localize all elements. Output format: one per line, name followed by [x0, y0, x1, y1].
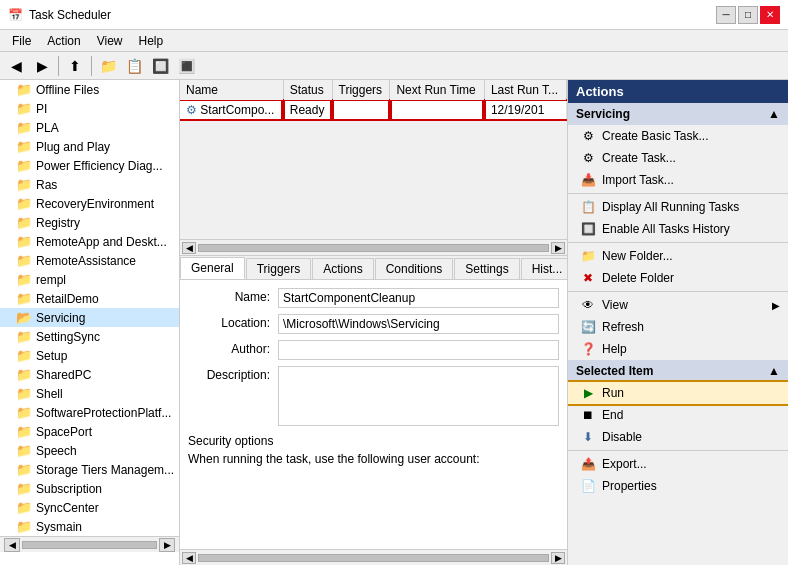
action-delete-folder[interactable]: ✖ Delete Folder	[568, 267, 788, 289]
action-new-folder[interactable]: 📁 New Folder...	[568, 245, 788, 267]
form-hscroll-left[interactable]: ◀	[182, 552, 196, 564]
task-list[interactable]: Name Status Triggers Next Run Time Last …	[180, 80, 567, 240]
col-status: Status	[283, 80, 332, 101]
folder-icon: 📁	[16, 120, 32, 135]
maximize-button[interactable]: □	[738, 6, 758, 24]
sidebar-item-remote-assistance[interactable]: 📁 RemoteAssistance	[0, 251, 179, 270]
action-run[interactable]: ▶ Run	[568, 382, 788, 404]
action-view[interactable]: 👁 View ▶	[568, 294, 788, 316]
app-icon: 📅	[8, 8, 23, 22]
delete-folder-icon: ✖	[580, 270, 596, 286]
action-disable[interactable]: ⬇ Disable	[568, 426, 788, 448]
right-panel: Actions Servicing ▲ ⚙ Create Basic Task.…	[568, 80, 788, 565]
sidebar-item-pla[interactable]: 📁 PLA	[0, 118, 179, 137]
location-input[interactable]	[278, 314, 559, 334]
tab-general[interactable]: General	[180, 257, 245, 279]
action-help[interactable]: ❓ Help	[568, 338, 788, 360]
enable-history-icon: 🔲	[580, 221, 596, 237]
sidebar-item-recovery[interactable]: 📁 RecoveryEnvironment	[0, 194, 179, 213]
folder-icon: 📁	[16, 367, 32, 382]
tab-settings[interactable]: Settings	[454, 258, 519, 279]
toolbar-separator-2	[91, 56, 92, 76]
collapse-servicing-button[interactable]: ▲	[768, 107, 780, 121]
sidebar-item-shell[interactable]: 📁 Shell	[0, 384, 179, 403]
form-hscroll[interactable]: ◀ ▶	[180, 549, 567, 565]
sidebar-item-registry[interactable]: 📁 Registry	[0, 213, 179, 232]
export-icon: 📤	[580, 456, 596, 472]
action-end[interactable]: ⏹ End	[568, 404, 788, 426]
run-icon: ▶	[580, 385, 596, 401]
hscroll-right[interactable]: ▶	[551, 242, 565, 254]
sidebar-item-sharedpc[interactable]: 📁 SharedPC	[0, 365, 179, 384]
tab-history[interactable]: Hist...	[521, 258, 568, 279]
minimize-button[interactable]: ─	[716, 6, 736, 24]
forward-button[interactable]: ▶	[30, 55, 54, 77]
action-refresh[interactable]: 🔄 Refresh	[568, 316, 788, 338]
task-list-hscroll[interactable]: ◀ ▶	[180, 240, 567, 256]
sidebar-item-power-efficiency[interactable]: 📁 Power Efficiency Diag...	[0, 156, 179, 175]
sidebar-item-speech[interactable]: 📁 Speech	[0, 441, 179, 460]
sidebar-item-sysmain[interactable]: 📁 Sysmain	[0, 517, 179, 536]
sidebar-item-software-protection[interactable]: 📁 SoftwareProtectionPlatf...	[0, 403, 179, 422]
refresh-toolbar-button[interactable]: 🔲	[148, 55, 172, 77]
tab-triggers[interactable]: Triggers	[246, 258, 312, 279]
selected-item-section-header[interactable]: Selected Item ▲	[568, 360, 788, 382]
up-button[interactable]: ⬆	[63, 55, 87, 77]
new-folder-icon: 📁	[580, 248, 596, 264]
servicing-section-header[interactable]: Servicing ▲	[568, 103, 788, 125]
menu-action[interactable]: Action	[39, 32, 88, 50]
table-row[interactable]: ⚙ StartCompo... Ready 12/19/201	[180, 101, 567, 120]
author-input[interactable]	[278, 340, 559, 360]
action-create-basic-task[interactable]: ⚙ Create Basic Task...	[568, 125, 788, 147]
sidebar-item-plug-and-play[interactable]: 📁 Plug and Play	[0, 137, 179, 156]
sidebar-item-servicing[interactable]: 📂 Servicing	[0, 308, 179, 327]
folder-icon: 📁	[16, 481, 32, 496]
tab-actions[interactable]: Actions	[312, 258, 373, 279]
sidebar-item-synccenter[interactable]: 📁 SyncCenter	[0, 498, 179, 517]
display-running-icon: 📋	[580, 199, 596, 215]
sidebar-item-retail-demo[interactable]: 📁 RetailDemo	[0, 289, 179, 308]
close-button[interactable]: ✕	[760, 6, 780, 24]
action-enable-all-history[interactable]: 🔲 Enable All Tasks History	[568, 218, 788, 240]
name-label: Name:	[188, 288, 278, 304]
action-export[interactable]: 📤 Export...	[568, 453, 788, 475]
security-text: When running the task, use the following…	[188, 452, 559, 466]
back-button[interactable]: ◀	[4, 55, 28, 77]
form-hscroll-right[interactable]: ▶	[551, 552, 565, 564]
description-textarea[interactable]	[278, 366, 559, 426]
properties-button[interactable]: 📋	[122, 55, 146, 77]
sidebar-scroll-left[interactable]: ◀	[4, 538, 20, 552]
help-toolbar-button[interactable]: 🔳	[174, 55, 198, 77]
action-display-running[interactable]: 📋 Display All Running Tasks	[568, 196, 788, 218]
sidebar-item-setup[interactable]: 📁 Setup	[0, 346, 179, 365]
action-properties[interactable]: 📄 Properties	[568, 475, 788, 497]
sidebar-item-ras[interactable]: 📁 Ras	[0, 175, 179, 194]
sidebar-item-subscription[interactable]: 📁 Subscription	[0, 479, 179, 498]
collapse-selected-button[interactable]: ▲	[768, 364, 780, 378]
action-create-task[interactable]: ⚙ Create Task...	[568, 147, 788, 169]
hscroll-left[interactable]: ◀	[182, 242, 196, 254]
sidebar-item-rempl[interactable]: 📁 rempl	[0, 270, 179, 289]
sidebar-item-spaceport[interactable]: 📁 SpacePort	[0, 422, 179, 441]
sidebar: 📁 Offline Files 📁 PI 📁 PLA 📁 Plug and Pl…	[0, 80, 180, 565]
task-name-cell: ⚙ StartCompo...	[180, 101, 283, 120]
sidebar-item-remoteapp[interactable]: 📁 RemoteApp and Deskt...	[0, 232, 179, 251]
sidebar-item-storage-tiers[interactable]: 📁 Storage Tiers Managem...	[0, 460, 179, 479]
menu-help[interactable]: Help	[131, 32, 172, 50]
sidebar-scroll-right[interactable]: ▶	[159, 538, 175, 552]
action-import-task[interactable]: 📥 Import Task...	[568, 169, 788, 191]
folder-icon: 📁	[16, 101, 32, 116]
menu-file[interactable]: File	[4, 32, 39, 50]
create-basic-task-icon: ⚙	[580, 128, 596, 144]
name-input[interactable]	[278, 288, 559, 308]
sidebar-item-pi[interactable]: 📁 PI	[0, 99, 179, 118]
menu-view[interactable]: View	[89, 32, 131, 50]
task-last-run-cell: 12/19/201	[484, 101, 566, 120]
sidebar-item-setting-sync[interactable]: 📁 SettingSync	[0, 327, 179, 346]
folder-open-icon: 📂	[16, 310, 32, 325]
sidebar-item-offline-files[interactable]: 📁 Offline Files	[0, 80, 179, 99]
folder-icon: 📁	[16, 272, 32, 287]
toolbar-separator	[58, 56, 59, 76]
tab-conditions[interactable]: Conditions	[375, 258, 454, 279]
show-hide-button[interactable]: 📁	[96, 55, 120, 77]
